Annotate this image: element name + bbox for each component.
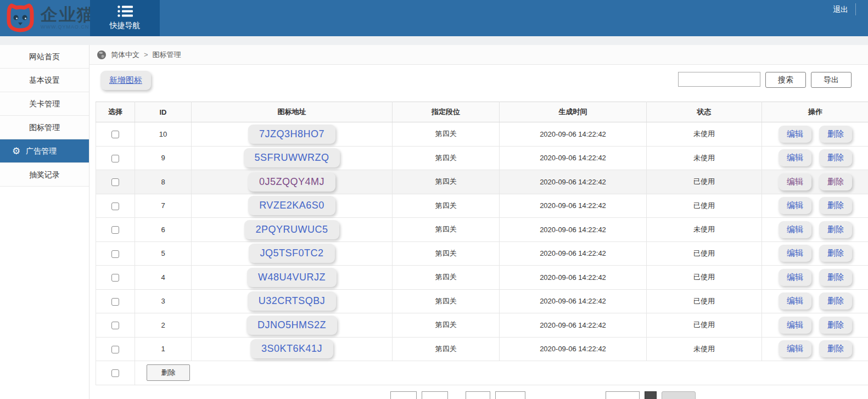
row-checkbox[interactable] xyxy=(111,226,119,234)
row-status: 未使用 xyxy=(647,146,762,170)
delete-button[interactable]: 删除 xyxy=(819,269,852,286)
sidebar-item-6[interactable]: 抽奖记录 xyxy=(0,163,89,187)
edit-button[interactable]: 编辑 xyxy=(779,173,811,190)
table-row: 4W48U4VURJZ第四关2020-09-06 14:22:42已使用编辑删除 xyxy=(96,266,868,290)
table-row: 3U32CRTSQBJ第四关2020-09-06 14:22:42已使用编辑删除 xyxy=(96,289,868,313)
breadcrumb: 简体中文 > 图标管理 xyxy=(89,45,868,65)
table-row: 2DJNO5HMS2Z第四关2020-09-06 14:22:42已使用编辑删除 xyxy=(96,313,868,338)
row-checkbox[interactable] xyxy=(111,250,119,258)
quick-nav-label: 快捷导航 xyxy=(110,21,141,31)
icon-code-link[interactable]: 7JZQ3H8HO7 xyxy=(248,125,335,144)
icon-code-link[interactable]: RVZE2KA6S0 xyxy=(248,196,335,215)
icon-code-link[interactable]: W48U4VURJZ xyxy=(247,268,337,287)
pagination-last-button[interactable] xyxy=(495,391,525,399)
row-id: 1 xyxy=(135,337,192,361)
sidebar-item-3[interactable]: 关卡管理 xyxy=(0,92,89,116)
table-row: 7RVZE2KA6S0第四关2020-09-06 14:22:42已使用编辑删除 xyxy=(96,194,868,218)
icon-code-link[interactable]: 5SFRUWWRZQ xyxy=(244,148,340,167)
pagination-go-button[interactable] xyxy=(662,391,696,399)
pagination-next-button[interactable] xyxy=(466,391,490,399)
icon-code-link[interactable]: JQ5TSF0TC2 xyxy=(249,244,334,263)
row-status: 未使用 xyxy=(647,337,762,361)
export-button[interactable]: 导出 xyxy=(811,72,852,88)
edit-button[interactable]: 编辑 xyxy=(779,340,811,357)
edit-button[interactable]: 编辑 xyxy=(779,126,811,143)
row-checkbox[interactable] xyxy=(111,274,119,282)
row-checkbox[interactable] xyxy=(111,131,119,138)
main-content: 简体中文 > 图标管理 新增图标 搜索 导出 选择ID图标地址指定段位生成时间状… xyxy=(89,45,868,399)
edit-button[interactable]: 编辑 xyxy=(779,221,811,238)
icons-table: 选择ID图标地址指定段位生成时间状态操作 107JZQ3H8HO7第四关2020… xyxy=(96,102,868,385)
table-row: 80J5ZQQY4MJ第四关2020-09-06 14:22:42已使用编辑删除 xyxy=(96,170,868,194)
cat-logo-icon xyxy=(4,3,36,32)
column-header: 状态 xyxy=(647,102,762,122)
edit-button[interactable]: 编辑 xyxy=(779,269,811,286)
breadcrumb-separator: > xyxy=(144,50,148,59)
row-created-time: 2020-09-06 14:22:42 xyxy=(500,266,647,290)
edit-button[interactable]: 编辑 xyxy=(779,149,811,166)
sidebar-item-2[interactable]: 基本设置 xyxy=(0,69,89,92)
row-checkbox[interactable] xyxy=(111,346,119,353)
delete-button[interactable]: 删除 xyxy=(819,293,852,310)
delete-button[interactable]: 删除 xyxy=(819,197,852,214)
delete-button[interactable]: 删除 xyxy=(819,149,852,166)
top-bar: 企业猫 WWW.QYMAO.CN 快捷导航 退出 xyxy=(0,0,868,36)
row-created-time: 2020-09-06 14:22:42 xyxy=(500,313,647,338)
delete-button[interactable]: 删除 xyxy=(819,173,852,190)
column-header: 指定段位 xyxy=(393,102,500,122)
quick-nav-tab[interactable]: 快捷导航 xyxy=(90,0,160,36)
row-id: 6 xyxy=(135,218,192,242)
edit-button[interactable]: 编辑 xyxy=(779,245,811,262)
table-row: 62PQYRUWUC5第四关2020-09-06 14:22:42未使用编辑删除 xyxy=(96,218,868,242)
search-button[interactable]: 搜索 xyxy=(765,72,806,88)
edit-button[interactable]: 编辑 xyxy=(779,197,811,214)
gear-icon: ⚙ xyxy=(12,139,20,163)
row-checkbox[interactable] xyxy=(111,155,119,162)
edit-button[interactable]: 编辑 xyxy=(779,293,811,310)
sidebar-item-4[interactable]: 图标管理 xyxy=(0,116,89,139)
sidebar-item-5[interactable]: ⚙广告管理 xyxy=(0,139,89,163)
logout-button[interactable]: 退出 xyxy=(833,5,848,15)
icon-code-link[interactable]: 2PQYRUWUC5 xyxy=(244,220,339,239)
pagination-page-input[interactable] xyxy=(606,391,640,399)
search-input[interactable] xyxy=(678,72,760,87)
delete-button[interactable]: 删除 xyxy=(819,317,852,334)
delete-button[interactable]: 删除 xyxy=(819,245,852,262)
row-created-time: 2020-09-06 14:22:42 xyxy=(500,170,647,194)
pagination-prev-button[interactable] xyxy=(422,391,448,399)
row-created-time: 2020-09-06 14:22:42 xyxy=(500,241,647,266)
row-level: 第四关 xyxy=(393,170,500,194)
sidebar: 网站首页基本设置关卡管理图标管理⚙广告管理抽奖记录 xyxy=(0,45,89,399)
bulk-delete-button[interactable]: 删除 xyxy=(147,364,190,381)
row-checkbox[interactable] xyxy=(111,178,119,186)
icon-code-link[interactable]: 3S0KT6K41J xyxy=(250,339,333,358)
icon-code-link[interactable]: DJNO5HMS2Z xyxy=(247,316,337,335)
delete-button[interactable]: 删除 xyxy=(819,126,852,143)
add-icon-button[interactable]: 新增图标 xyxy=(100,71,151,90)
row-id: 9 xyxy=(135,146,192,170)
column-header: 生成时间 xyxy=(500,102,647,122)
row-checkbox[interactable] xyxy=(111,298,119,306)
icon-code-link[interactable]: U32CRTSQBJ xyxy=(248,291,337,311)
topbar-divider xyxy=(855,3,856,15)
pagination-first-button[interactable] xyxy=(390,391,417,399)
add-icon-link[interactable]: 新增图标 xyxy=(109,75,142,85)
table-row: 107JZQ3H8HO7第四关2020-09-06 14:22:42未使用编辑删… xyxy=(96,122,868,147)
breadcrumb-lang[interactable]: 简体中文 xyxy=(111,50,139,60)
row-status: 已使用 xyxy=(647,241,762,266)
sidebar-item-1[interactable]: 网站首页 xyxy=(0,45,89,69)
edit-button[interactable]: 编辑 xyxy=(779,317,811,334)
row-checkbox[interactable] xyxy=(111,203,119,210)
delete-button[interactable]: 删除 xyxy=(819,221,852,238)
row-level: 第四关 xyxy=(393,289,500,313)
row-checkbox[interactable] xyxy=(111,322,119,329)
row-status: 已使用 xyxy=(647,194,762,218)
delete-button[interactable]: 删除 xyxy=(819,340,852,357)
pagination-page-select[interactable] xyxy=(645,391,657,399)
table-row: 95SFRUWWRZQ第四关2020-09-06 14:22:42未使用编辑删除 xyxy=(96,146,868,170)
icon-code-link[interactable]: 0J5ZQQY4MJ xyxy=(248,172,335,192)
select-all-checkbox[interactable] xyxy=(111,369,119,377)
row-status: 已使用 xyxy=(647,289,762,313)
table-row: 5JQ5TSF0TC2第四关2020-09-06 14:22:42已使用编辑删除 xyxy=(96,241,868,266)
row-status: 已使用 xyxy=(647,266,762,290)
